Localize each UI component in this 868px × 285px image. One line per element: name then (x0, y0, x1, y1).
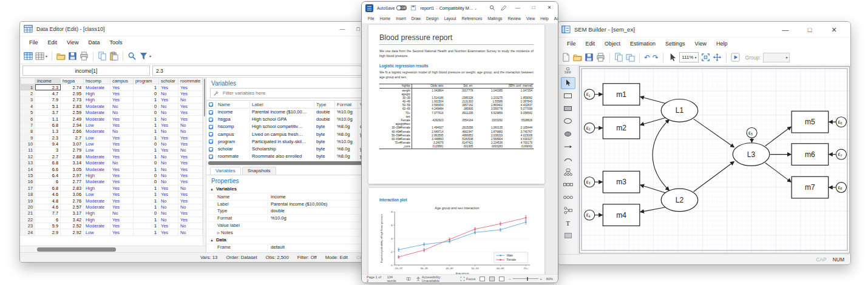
cell[interactable]: 6.8 (35, 122, 61, 128)
cell[interactable]: Yes (178, 198, 203, 204)
varlist-header-name[interactable]: Name (216, 101, 250, 109)
group-select[interactable]: ▾ (763, 53, 790, 62)
menu-edit[interactable]: Edit (44, 38, 62, 47)
menu-estimation[interactable]: Estimation (626, 39, 660, 49)
mode-dropdown-caret[interactable]: ▾ (46, 54, 47, 58)
menu-edit[interactable]: Edit (581, 39, 600, 49)
tab-draw[interactable]: Draw (409, 15, 423, 22)
cell[interactable]: Yes (159, 185, 178, 191)
cell[interactable]: Yes (110, 166, 134, 172)
accessibility-status[interactable]: Accessibility: Unavailable (416, 275, 455, 283)
cell[interactable]: 1 (134, 135, 159, 141)
cell[interactable]: Moderate (84, 109, 110, 115)
cell[interactable]: Yes (159, 84, 178, 90)
document-title[interactable]: report1-Compatibility M…⌄ (420, 5, 477, 11)
variable-list[interactable]: NameLabelTypeFormatVaincomeParental inco… (206, 100, 370, 160)
cell[interactable]: 20 (21, 204, 35, 210)
cell[interactable]: 3.42 (61, 216, 84, 223)
variable-row[interactable]: campusLived on campus fresh…byte%8.0gye (207, 130, 370, 138)
open-icon[interactable] (573, 53, 582, 62)
table-row[interactable]: 1662.77ModerateYes0NoYes (21, 179, 203, 185)
select-tool[interactable] (561, 77, 575, 89)
menu-object[interactable]: Object (600, 39, 625, 49)
cell[interactable]: 21 (21, 210, 35, 216)
cell[interactable]: Moderate (84, 223, 110, 229)
select-pointer-icon[interactable] (668, 53, 677, 62)
cell[interactable]: 1 (134, 192, 159, 198)
zoom-percentage[interactable]: 80% (546, 277, 553, 281)
cell[interactable]: No (178, 97, 203, 103)
cell[interactable]: Yes (110, 185, 134, 191)
cell[interactable]: Yes (110, 198, 134, 204)
page-indicator[interactable]: Page 1 of 2 (367, 275, 382, 283)
sem-error-ε1[interactable]: ε1 (585, 89, 595, 99)
sem-error-ε5[interactable]: ε5 (747, 128, 757, 138)
save-icon[interactable] (585, 53, 594, 62)
cell[interactable]: 19 (21, 198, 35, 204)
cell[interactable]: 6.6 (35, 166, 61, 172)
sem-node-m1[interactable]: m1 (603, 84, 640, 106)
cell[interactable]: Yes (178, 153, 203, 159)
cell[interactable]: 0 (134, 179, 159, 185)
open-icon[interactable] (56, 52, 66, 61)
covariance-tool[interactable] (561, 153, 575, 166)
cell[interactable]: Moderate (84, 198, 110, 204)
sem-titlebar[interactable]: SEM Builder - [sem_ex] — □ ✕ (558, 22, 850, 38)
latent-variable-tool[interactable] (561, 115, 575, 127)
tab-layout[interactable]: Layout (442, 15, 459, 22)
zoom-select[interactable]: 111%▾ (679, 52, 699, 62)
cell[interactable]: Moderate (84, 160, 110, 166)
cell[interactable]: Yes (110, 84, 134, 90)
cell[interactable]: 0 (134, 210, 159, 216)
variable-checkbox[interactable] (209, 132, 213, 136)
cell[interactable]: High (84, 216, 110, 223)
cell[interactable]: Low (84, 229, 110, 235)
cell[interactable]: Low (84, 122, 110, 128)
copy-icon[interactable] (98, 52, 107, 61)
cell[interactable]: No (159, 166, 178, 172)
cell[interactable]: 6 (35, 179, 61, 185)
cell[interactable]: Yes (110, 90, 134, 96)
column-header-income[interactable]: income (35, 78, 61, 84)
sem-node-L2[interactable]: L2 (661, 189, 698, 212)
cell[interactable]: 0 (134, 160, 159, 166)
cell[interactable]: 7.7 (35, 210, 61, 216)
cell[interactable]: Yes (178, 192, 203, 198)
cell[interactable]: Yes (110, 153, 134, 159)
minimize-button[interactable]: — (334, 24, 350, 35)
sem-node-m2[interactable]: m2 (603, 117, 640, 139)
close-button[interactable]: ✕ (544, 2, 554, 13)
cell[interactable]: 1 (134, 198, 159, 204)
cell[interactable]: 6.8 (35, 185, 61, 191)
autosave-switch[interactable]: Off (396, 5, 407, 10)
cell[interactable]: 10 (21, 141, 35, 147)
word-titlebar[interactable]: AutoSave Off report1-Compatibility M…⌄ —… (362, 2, 558, 14)
cell[interactable]: 4.6 (35, 204, 61, 210)
cell[interactable]: 1.1 (35, 116, 61, 122)
table-row[interactable]: 136.83.14ModerateNo0NoYes (21, 160, 203, 166)
table-row[interactable]: 81.32.66ModerateNo1NoNo (21, 129, 203, 135)
cell[interactable]: Yes (178, 166, 203, 172)
cell[interactable]: Low (84, 141, 110, 147)
cell[interactable]: High (84, 185, 110, 191)
cell[interactable]: 2.52 (61, 223, 84, 229)
cell[interactable]: 2.76 (61, 198, 84, 204)
variable-row[interactable]: incomeParental income ($10,00…double%10.… (207, 109, 370, 116)
duplicate-icon[interactable] (626, 53, 635, 62)
cell[interactable]: 2.9 (35, 229, 61, 235)
cell[interactable]: 6 (21, 116, 35, 122)
cell[interactable]: No (159, 172, 178, 178)
tab-view[interactable]: View (524, 15, 537, 22)
sem-error-ε7[interactable]: ε7 (836, 149, 846, 159)
table-row[interactable]: 53.72.59ModerateNo0NoYes (21, 109, 203, 115)
cell[interactable]: Yes (110, 229, 134, 235)
property-row[interactable]: Value label (206, 222, 370, 229)
filter-dropdown-caret[interactable]: ▾ (149, 54, 151, 58)
variable-filter-input[interactable] (222, 90, 363, 96)
cell[interactable]: Moderate (84, 179, 110, 185)
variable-checkbox[interactable] (209, 139, 213, 144)
regression-component-tool[interactable] (561, 204, 575, 216)
table-row[interactable]: 12.32.74ModerateYes1YesYes (21, 84, 203, 90)
cell[interactable]: 16 (21, 179, 35, 185)
find-icon[interactable] (127, 52, 137, 61)
